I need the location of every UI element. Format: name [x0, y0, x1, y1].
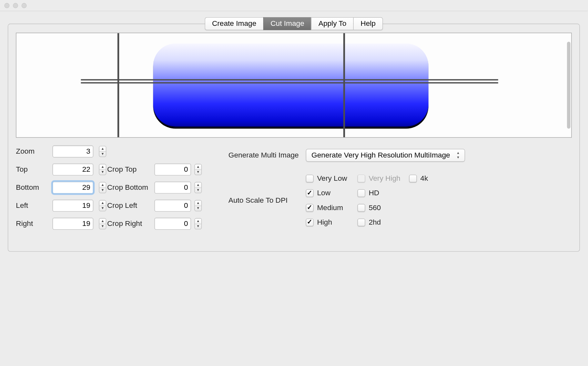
dpi-hd[interactable]: HD — [358, 189, 409, 198]
crop-bottom-stepper[interactable]: ▲▼ — [195, 182, 202, 193]
dpi-very-high: Very High — [358, 174, 409, 183]
zoom-stepper[interactable]: ▲▼ — [99, 146, 106, 157]
crop-left-stepper[interactable]: ▲▼ — [195, 200, 202, 211]
dpi-560[interactable]: 560 — [358, 203, 409, 212]
tab-cut-image[interactable]: Cut Image — [263, 17, 311, 30]
dpi-very-low[interactable]: Very Low — [306, 174, 358, 183]
tab-apply-to[interactable]: Apply To — [311, 17, 353, 30]
zoom-label: Zoom — [16, 147, 52, 156]
generate-multi-image-label: Generate Multi Image — [228, 151, 306, 159]
crop-top-label: Crop Top — [107, 165, 155, 174]
crop-left-label: Crop Left — [107, 201, 155, 210]
dpi-2hd[interactable]: 2hd — [358, 218, 409, 227]
tab-bar: Create Image Cut Image Apply To Help — [8, 17, 580, 30]
crop-top-input[interactable] — [155, 164, 191, 176]
guide-left-line — [117, 33, 119, 137]
dpi-medium[interactable]: Medium — [306, 203, 358, 212]
numeric-controls: Zoom ▲▼ Top ▲▼ Crop Top ▲▼ Bottom ▲▼ Cro… — [16, 146, 203, 230]
top-input[interactable] — [53, 164, 94, 176]
bottom-label: Bottom — [16, 183, 52, 192]
crop-left-input[interactable] — [155, 200, 191, 212]
minimize-window-icon[interactable] — [13, 3, 18, 8]
crop-top-stepper[interactable]: ▲▼ — [195, 164, 202, 175]
bottom-stepper[interactable]: ▲▼ — [99, 182, 106, 193]
guide-right-line — [343, 33, 345, 137]
cut-image-panel: Zoom ▲▼ Top ▲▼ Crop Top ▲▼ Bottom ▲▼ Cro… — [8, 24, 580, 251]
checkbox-icon — [358, 189, 365, 197]
vertical-scrollbar[interactable] — [567, 42, 571, 128]
checkbox-icon — [306, 175, 314, 182]
preview-image — [16, 33, 565, 137]
top-label: Top — [16, 165, 52, 174]
crop-right-stepper[interactable]: ▲▼ — [195, 218, 202, 229]
tab-create-image[interactable]: Create Image — [205, 17, 263, 30]
crop-bottom-label: Crop Bottom — [107, 183, 155, 192]
generate-multi-image-value[interactable]: Generate Very High Resolution MultiImage — [306, 149, 465, 162]
bottom-input[interactable] — [53, 182, 94, 194]
left-label: Left — [16, 201, 52, 210]
checkbox-icon — [306, 189, 314, 197]
checkbox-icon — [409, 175, 417, 182]
checkbox-icon — [306, 218, 314, 226]
preview-area[interactable] — [16, 33, 572, 137]
dpi-checkboxes: Very Low Very High 4k Low HD Medium 560 … — [306, 174, 572, 227]
dialog-content: Create Image Cut Image Apply To Help Zoo… — [0, 11, 588, 252]
tab-help[interactable]: Help — [353, 17, 383, 30]
guide-horizontal-lines — [81, 79, 498, 83]
right-stepper[interactable]: ▲▼ — [99, 218, 106, 229]
generate-multi-image-select[interactable]: Generate Very High Resolution MultiImage… — [306, 149, 465, 162]
crop-right-input[interactable] — [155, 218, 191, 229]
top-stepper[interactable]: ▲▼ — [99, 164, 106, 175]
left-stepper[interactable]: ▲▼ — [99, 200, 106, 211]
close-window-icon[interactable] — [4, 3, 9, 8]
crop-right-label: Crop Right — [107, 219, 155, 228]
checkbox-icon — [306, 204, 314, 211]
right-label: Right — [16, 219, 52, 228]
window: Create Image Cut Image Apply To Help Zoo… — [0, 0, 588, 366]
select-caret-icon: ▲▼ — [455, 150, 461, 160]
titlebar — [0, 0, 588, 11]
dpi-low[interactable]: Low — [306, 189, 358, 198]
dpi-high[interactable]: High — [306, 218, 358, 227]
generate-controls: Generate Multi Image Generate Very High … — [228, 146, 572, 230]
zoom-input[interactable] — [53, 146, 94, 158]
checkbox-icon — [358, 204, 365, 211]
dpi-4k[interactable]: 4k — [409, 174, 461, 183]
left-input[interactable] — [53, 200, 94, 212]
right-input[interactable] — [53, 218, 94, 229]
auto-scale-to-dpi-label: Auto Scale To DPI — [228, 196, 306, 205]
controls-area: Zoom ▲▼ Top ▲▼ Crop Top ▲▼ Bottom ▲▼ Cro… — [16, 146, 572, 230]
crop-bottom-input[interactable] — [155, 182, 191, 194]
checkbox-icon — [358, 175, 365, 182]
checkbox-icon — [358, 218, 365, 226]
zoom-window-icon[interactable] — [22, 3, 27, 8]
